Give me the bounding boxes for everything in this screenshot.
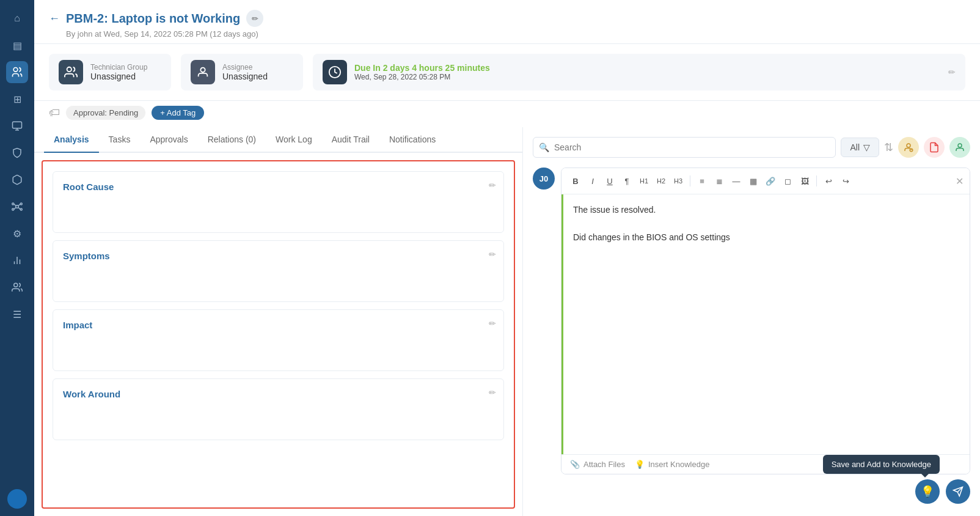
attach-icon: 📎 — [570, 460, 580, 469]
ticket-subtitle: By john at Wed, Sep 14, 2022 05:28 PM (1… — [66, 29, 965, 39]
tag-icon: 🏷 — [49, 106, 60, 119]
add-tag-button[interactable]: + Add Tag — [152, 106, 204, 120]
ticket-title-edit-button[interactable]: ✏ — [246, 10, 263, 27]
toolbar-undo[interactable]: ↩ — [821, 173, 836, 189]
svg-point-4 — [16, 205, 19, 208]
sidebar-icon-monitor[interactable] — [6, 115, 28, 137]
toolbar-h1[interactable]: H1 — [636, 173, 652, 189]
send-button[interactable] — [946, 479, 970, 504]
toolbar-block[interactable]: ◻ — [780, 173, 795, 189]
sidebar-icon-reports[interactable] — [6, 249, 28, 271]
sidebar-icon-network[interactable] — [6, 196, 28, 218]
sidebar-icon-people[interactable] — [6, 276, 28, 298]
back-arrow[interactable]: ← — [49, 12, 60, 25]
svg-point-0 — [13, 68, 18, 72]
technician-group-card[interactable]: Technician Group Unassigned — [49, 54, 171, 90]
comment-close-button[interactable]: ✕ — [956, 175, 964, 187]
sidebar-icon-tickets[interactable]: ▤ — [6, 34, 28, 56]
toolbar-ul[interactable]: ≡ — [694, 173, 710, 189]
lightbulb-button[interactable]: 💡 — [915, 479, 940, 504]
sidebar-icon-circle[interactable] — [7, 489, 27, 509]
comment-footer: 📎 Attach Files 💡 Insert Knowledge — [561, 454, 970, 474]
technician-group-value: Unassigned — [90, 72, 147, 81]
toolbar-ol[interactable]: ≣ — [711, 173, 727, 189]
svg-line-10 — [18, 204, 20, 206]
symptoms-title: Symptoms — [63, 251, 494, 261]
search-input[interactable] — [533, 137, 836, 158]
root-cause-edit-icon[interactable]: ✏ — [489, 180, 496, 190]
right-panel: 🔍 All ▽ ⇅ — [523, 127, 980, 516]
assignee-card[interactable]: Assignee Unassigned — [181, 54, 303, 90]
due-edit-icon[interactable]: ✏ — [948, 67, 956, 77]
toolbar-italic[interactable]: I — [585, 173, 601, 189]
attach-files-link[interactable]: 📎 Attach Files — [570, 460, 625, 469]
toolbar-image[interactable]: 🖼 — [797, 173, 813, 189]
comment-box: B I U ¶ H1 H2 H3 ≡ ≣ — ▦ 🔗 ◻ � — [561, 168, 970, 474]
insert-knowledge-link[interactable]: 💡 Insert Knowledge — [635, 460, 709, 469]
svg-point-16 — [14, 283, 18, 287]
symptoms-body — [63, 261, 494, 292]
sidebar: ⌂ ▤ ⊞ ⚙ ☰ — [0, 0, 34, 516]
tab-analysis[interactable]: Analysis — [44, 127, 99, 153]
sidebar-icon-box[interactable] — [6, 169, 28, 191]
due-card[interactable]: Due In 2 days 4 hours 25 minutes Wed, Se… — [313, 54, 965, 90]
impact-section: Impact ✏ — [53, 309, 504, 371]
sort-button[interactable]: ⇅ — [884, 141, 893, 154]
impact-edit-icon[interactable]: ✏ — [489, 319, 496, 328]
svg-point-18 — [200, 68, 205, 72]
due-clock-icon — [323, 60, 347, 84]
toolbar-sep-2 — [816, 175, 817, 186]
sidebar-icon-users[interactable] — [6, 61, 28, 83]
toolbar-hr[interactable]: — — [728, 173, 744, 189]
svg-point-5 — [12, 203, 14, 205]
svg-point-6 — [20, 203, 22, 205]
svg-point-7 — [12, 208, 14, 210]
tab-approvals[interactable]: Approvals — [140, 127, 197, 153]
sidebar-icon-home[interactable]: ⌂ — [6, 7, 28, 29]
left-panel: Analysis Tasks Approvals Relations (0) W… — [34, 127, 523, 516]
tab-relations[interactable]: Relations (0) — [198, 127, 266, 153]
svg-point-17 — [67, 67, 71, 72]
icon-btn-2[interactable] — [924, 137, 945, 158]
root-cause-body — [63, 192, 494, 223]
comment-body[interactable]: The issue is resolved. Did changes in th… — [561, 194, 970, 454]
tab-worklog[interactable]: Work Log — [266, 127, 322, 153]
filter-all-label: All — [850, 142, 860, 152]
sidebar-icon-grid[interactable]: ⊞ — [6, 88, 28, 110]
sidebar-icon-cog[interactable]: ⚙ — [6, 223, 28, 245]
search-bar: 🔍 All ▽ ⇅ — [533, 137, 970, 158]
toolbar-h2[interactable]: H2 — [653, 173, 669, 189]
sidebar-bottom — [7, 489, 27, 509]
toolbar-underline[interactable]: U — [602, 173, 618, 189]
toolbar-paragraph[interactable]: ¶ — [619, 173, 635, 189]
analysis-panel: Root Cause ✏ Symptoms ✏ Impact ✏ Work Ar… — [42, 160, 515, 509]
icon-btn-1[interactable] — [898, 137, 919, 158]
tab-notifications[interactable]: Notifications — [379, 127, 445, 153]
impact-title: Impact — [63, 320, 494, 330]
symptoms-edit-icon[interactable]: ✏ — [489, 249, 496, 259]
tabs: Analysis Tasks Approvals Relations (0) W… — [34, 127, 522, 153]
root-cause-title: Root Cause — [63, 182, 494, 192]
filter-button[interactable]: All ▽ — [841, 138, 879, 157]
toolbar-redo[interactable]: ↪ — [838, 173, 854, 189]
sidebar-icon-shield[interactable] — [6, 142, 28, 164]
svg-rect-1 — [13, 122, 22, 128]
toolbar-h3[interactable]: H3 — [670, 173, 686, 189]
assignee-text: Assignee Unassigned — [222, 63, 268, 81]
sidebar-icon-menu[interactable]: ☰ — [6, 303, 28, 325]
toolbar-table[interactable]: ▦ — [745, 173, 761, 189]
header: ← PBM-2: Laptop is not Working ✏ By john… — [34, 0, 980, 44]
toolbar-bold[interactable]: B — [568, 173, 583, 189]
tab-audittrail[interactable]: Audit Trail — [322, 127, 379, 153]
tab-tasks[interactable]: Tasks — [99, 127, 141, 153]
toolbar-link[interactable]: 🔗 — [762, 173, 778, 189]
assignee-label: Assignee — [222, 63, 268, 72]
assignee-icon — [191, 60, 215, 84]
comment-actions: Save and Add to Knowledge 💡 — [533, 474, 970, 506]
approval-tag: Approval: Pending — [66, 106, 145, 120]
comment-toolbar: B I U ¶ H1 H2 H3 ≡ ≣ — ▦ 🔗 ◻ � — [561, 168, 970, 194]
icon-btn-3[interactable] — [949, 137, 970, 158]
filter-icon: ▽ — [863, 142, 870, 152]
workaround-edit-icon[interactable]: ✏ — [489, 388, 496, 397]
due-text: Due In 2 days 4 hours 25 minutes Wed, Se… — [354, 63, 490, 81]
